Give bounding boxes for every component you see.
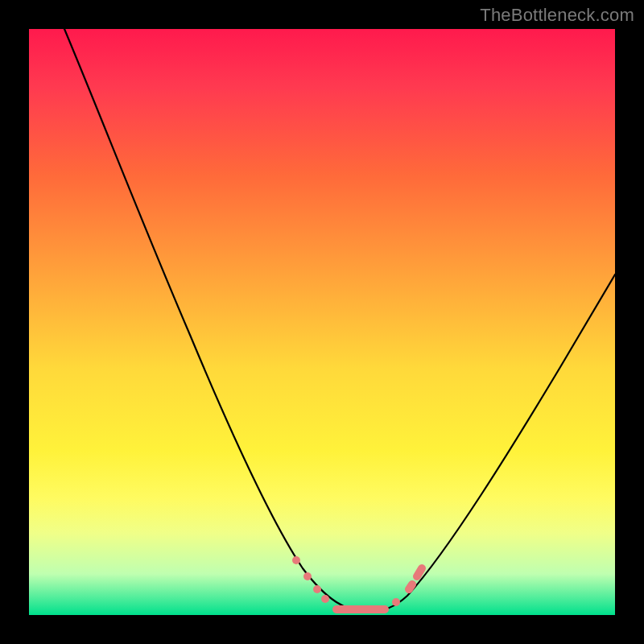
watermark-text: TheBottleneck.com	[480, 5, 634, 26]
chart-frame: TheBottleneck.com	[0, 0, 644, 644]
plot-area	[29, 29, 615, 615]
svg-line-7	[417, 568, 422, 576]
chart-svg	[29, 29, 615, 615]
flat-zone-markers	[296, 560, 422, 609]
svg-line-6	[409, 584, 412, 589]
bottleneck-curve-path	[64, 29, 615, 612]
